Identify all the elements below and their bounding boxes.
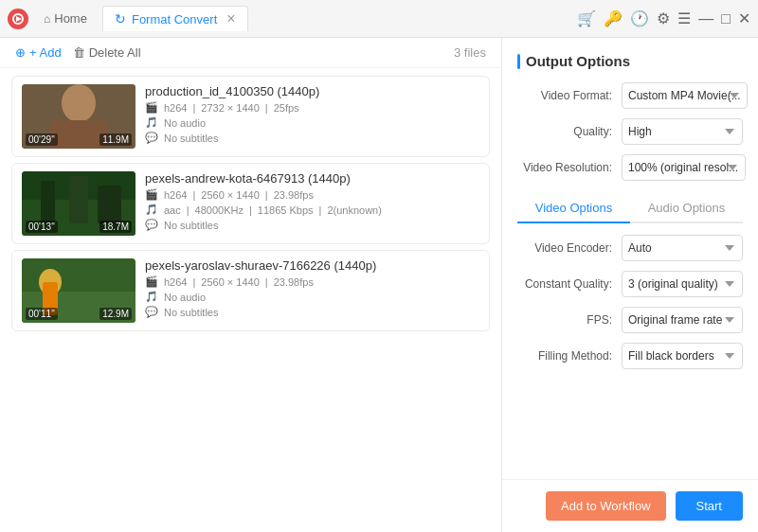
file-thumbnail: 00'13" 18.7M bbox=[22, 171, 135, 236]
window-close-icon[interactable]: ✕ bbox=[738, 9, 750, 27]
quality-select[interactable]: High Medium Low bbox=[622, 118, 743, 145]
resolution-value: 2560 × 1440 bbox=[201, 189, 259, 201]
add-button[interactable]: ⊕ + Add bbox=[15, 45, 62, 60]
filling-method-select[interactable]: Fill black borders bbox=[622, 343, 743, 369]
delete-all-button[interactable]: 🗑 Delete All bbox=[73, 45, 141, 60]
file-meta-sub: 💬 No subtitles bbox=[145, 132, 479, 144]
constant-quality-row: Constant Quality: 3 (original quality) bbox=[517, 271, 743, 297]
subtitle-value: No subtitles bbox=[164, 220, 218, 231]
file-item[interactable]: 00'11" 12.9M pexels-yaroslav-shuraev-716… bbox=[11, 250, 490, 331]
codec-value: h264 bbox=[164, 189, 187, 201]
subtitle-value: No subtitles bbox=[164, 133, 218, 144]
audio-icon: 🎵 bbox=[145, 204, 158, 216]
filling-method-row: Filling Method: Fill black borders bbox=[517, 343, 743, 369]
file-item[interactable]: 00'29" 11.9M production_id_4100350 (1440… bbox=[11, 76, 490, 157]
thumb-size: 11.9M bbox=[99, 133, 132, 146]
home-label: Home bbox=[54, 11, 87, 26]
fps-row: FPS: Original frame rate bbox=[517, 307, 743, 333]
thumb-duration: 00'13" bbox=[26, 221, 58, 233]
fps-label: FPS: bbox=[517, 313, 622, 327]
section-bar bbox=[517, 54, 520, 69]
file-meta-video: 🎬 h264 | 2732 × 1440 | 25fps bbox=[145, 101, 479, 114]
subtitle-icon: 💬 bbox=[145, 132, 158, 144]
subtitle-icon: 💬 bbox=[145, 219, 158, 231]
clock-icon[interactable]: 🕐 bbox=[630, 9, 649, 27]
file-info: pexels-yaroslav-shuraev-7166226 (1440p) … bbox=[145, 258, 479, 318]
file-thumbnail: 00'11" 12.9M bbox=[22, 258, 135, 323]
close-tab-icon[interactable]: × bbox=[226, 10, 235, 27]
file-name: production_id_4100350 (1440p) bbox=[145, 84, 479, 98]
refresh-icon: ↻ bbox=[115, 11, 126, 27]
file-meta-audio: 🎵 aac | 48000KHz | 11865 Kbps | 2(unknow… bbox=[145, 204, 479, 216]
active-tab[interactable]: ↻ Format Convert × bbox=[102, 6, 248, 31]
home-tab[interactable]: ⌂ Home bbox=[32, 8, 99, 29]
codec-value: h264 bbox=[164, 102, 187, 114]
video-resolution-label: Video Resolution: bbox=[517, 161, 622, 174]
audio-codec: aac bbox=[164, 204, 181, 216]
codec-icon: 🎬 bbox=[145, 101, 158, 114]
delete-label: Delete All bbox=[89, 45, 141, 60]
cart-icon[interactable]: 🛒 bbox=[577, 9, 596, 27]
add-label: + Add bbox=[29, 45, 62, 60]
quality-row: Quality: High Medium Low bbox=[517, 118, 743, 145]
file-meta-audio: 🎵 No audio bbox=[145, 291, 479, 303]
video-resolution-select[interactable]: 100% (original resol... bbox=[622, 154, 746, 181]
home-icon: ⌂ bbox=[44, 12, 50, 26]
video-encoder-row: Video Encoder: Auto bbox=[517, 235, 743, 261]
add-icon: ⊕ bbox=[15, 45, 26, 60]
left-panel: ⊕ + Add 🗑 Delete All 3 files bbox=[0, 38, 502, 532]
settings-icon[interactable]: ⚙ bbox=[657, 9, 670, 27]
tab-audio-options[interactable]: Audio Options bbox=[630, 194, 743, 223]
video-format-row: Video Format: Custom MP4 Movie(... bbox=[517, 82, 743, 109]
fps-value: 23.98fps bbox=[274, 276, 314, 288]
quality-label: Quality: bbox=[517, 125, 622, 138]
key-icon[interactable]: 🔑 bbox=[604, 9, 623, 27]
file-name: pexels-yaroslav-shuraev-7166226 (1440p) bbox=[145, 258, 479, 273]
fps-value: 25fps bbox=[274, 102, 299, 114]
subtitle-icon: 💬 bbox=[145, 306, 158, 318]
fps-value: 23.98fps bbox=[274, 189, 314, 201]
file-meta-audio: 🎵 No audio bbox=[145, 116, 479, 129]
file-info: pexels-andrew-kota-6467913 (1440p) 🎬 h26… bbox=[145, 171, 479, 231]
menu-icon[interactable]: ☰ bbox=[677, 9, 691, 27]
filling-method-label: Filling Method: bbox=[517, 349, 622, 363]
audio-bitrate: 11865 Kbps bbox=[258, 204, 314, 216]
subtitle-value: No subtitles bbox=[164, 307, 218, 318]
option-tabs: Video Options Audio Options bbox=[517, 194, 743, 223]
audio-icon: 🎵 bbox=[145, 291, 158, 303]
start-button[interactable]: Start bbox=[676, 491, 743, 521]
file-info: production_id_4100350 (1440p) 🎬 h264 | 2… bbox=[145, 84, 479, 144]
file-item[interactable]: 00'13" 18.7M pexels-andrew-kota-6467913 … bbox=[11, 163, 490, 244]
svg-marker-1 bbox=[16, 16, 22, 22]
main-layout: ⊕ + Add 🗑 Delete All 3 files bbox=[0, 38, 758, 532]
tab-video-options[interactable]: Video Options bbox=[517, 194, 630, 223]
minimize-icon[interactable]: — bbox=[698, 10, 713, 27]
video-format-select[interactable]: Custom MP4 Movie(... bbox=[622, 82, 748, 109]
add-to-workflow-button[interactable]: Add to Workflow bbox=[546, 491, 665, 521]
output-options-title: Output Options bbox=[517, 53, 743, 69]
codec-icon: 🎬 bbox=[145, 275, 158, 288]
audio-value: No audio bbox=[164, 292, 206, 303]
video-encoder-select[interactable]: Auto bbox=[622, 235, 743, 261]
audio-channels: 2(unknown) bbox=[327, 204, 381, 216]
file-count: 3 files bbox=[454, 45, 486, 60]
audio-icon: 🎵 bbox=[145, 116, 158, 129]
right-panel: Output Options Video Format: Custom MP4 … bbox=[502, 38, 758, 532]
resolution-value: 2732 × 1440 bbox=[201, 102, 259, 114]
app-logo bbox=[8, 9, 28, 29]
output-options-label: Output Options bbox=[526, 53, 630, 69]
audio-hz: 48000KHz bbox=[195, 204, 244, 216]
maximize-icon[interactable]: □ bbox=[721, 10, 731, 27]
constant-quality-label: Constant Quality: bbox=[517, 277, 622, 291]
bottom-bar: Add to Workflow Start bbox=[502, 479, 758, 532]
fps-select[interactable]: Original frame rate bbox=[622, 307, 743, 333]
codec-value: h264 bbox=[164, 276, 187, 288]
thumb-size: 18.7M bbox=[99, 221, 132, 233]
constant-quality-select[interactable]: 3 (original quality) bbox=[622, 271, 743, 297]
file-meta-video: 🎬 h264 | 2560 × 1440 | 23.98fps bbox=[145, 275, 479, 288]
thumb-size: 12.9M bbox=[99, 308, 132, 320]
video-resolution-row: Video Resolution: 100% (original resol..… bbox=[517, 154, 743, 181]
codec-icon: 🎬 bbox=[145, 188, 158, 201]
file-thumbnail: 00'29" 11.9M bbox=[22, 84, 135, 149]
thumb-duration: 00'29" bbox=[26, 133, 58, 146]
